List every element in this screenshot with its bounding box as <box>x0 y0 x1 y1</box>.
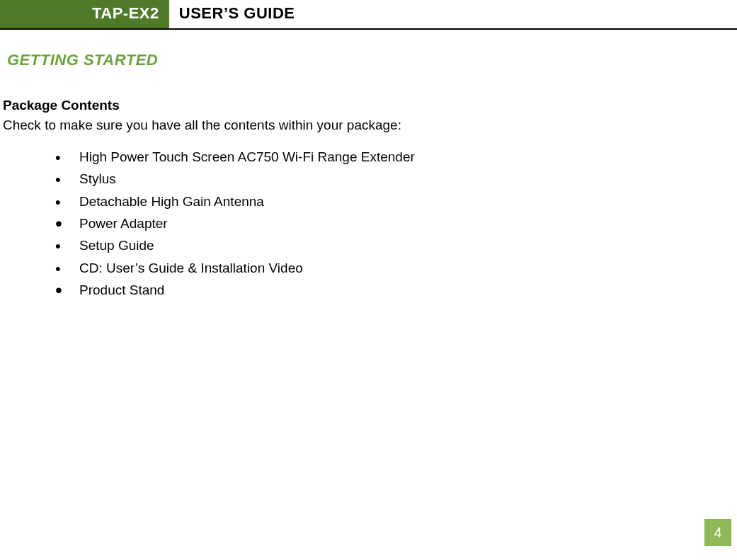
subsection-heading: Package Contents <box>3 98 737 113</box>
page-number: 4 <box>704 519 731 546</box>
product-badge: TAP-EX2 <box>0 0 169 28</box>
list-item: Setup Guide <box>55 234 737 256</box>
package-contents-list: High Power Touch Screen AC750 Wi-Fi Rang… <box>55 146 737 301</box>
list-item-text: Power Adapter <box>79 216 168 231</box>
list-item-text: Detachable High Gain Antenna <box>79 194 264 209</box>
document-title-text: USER’S GUIDE <box>179 4 295 23</box>
list-item: Stylus <box>55 168 737 190</box>
list-item-text: CD: User’s Guide & Installation Video <box>79 261 303 275</box>
document-title: USER’S GUIDE <box>169 0 305 28</box>
list-item: Power Adapter <box>55 212 737 234</box>
list-item: Detachable High Gain Antenna <box>55 190 737 212</box>
list-item-text: Stylus <box>79 171 116 186</box>
document-header: TAP-EX2 USER’S GUIDE <box>0 0 737 30</box>
section-heading: GETTING STARTED <box>7 51 737 69</box>
product-badge-text: TAP-EX2 <box>92 4 159 23</box>
intro-paragraph: Check to make sure you have all the cont… <box>3 118 737 133</box>
list-item: High Power Touch Screen AC750 Wi-Fi Rang… <box>55 146 737 168</box>
list-item-text: Product Stand <box>79 282 164 297</box>
list-item-text: High Power Touch Screen AC750 Wi-Fi Rang… <box>79 149 415 164</box>
list-item: CD: User’s Guide & Installation Video <box>55 257 737 279</box>
page-number-text: 4 <box>714 525 721 541</box>
list-item-text: Setup Guide <box>79 238 154 253</box>
list-item: Product Stand <box>55 279 737 301</box>
